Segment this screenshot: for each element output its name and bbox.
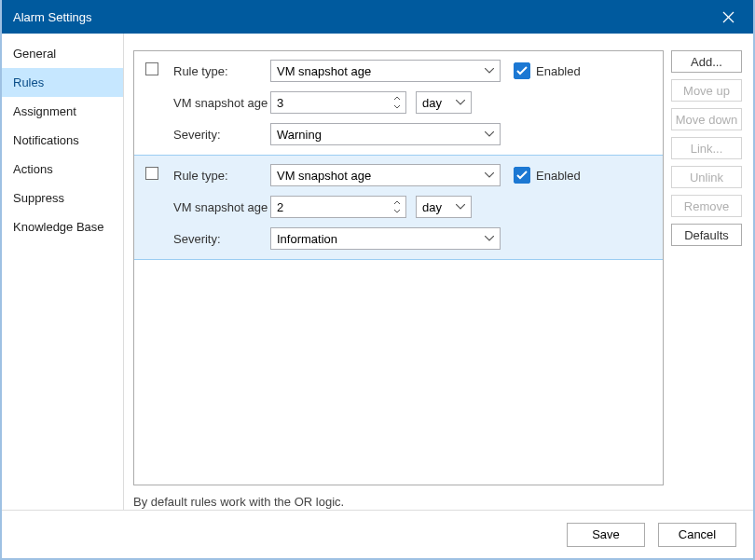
add-button[interactable]: Add... (671, 50, 742, 73)
age-unit-value: day (422, 200, 442, 214)
unlink-button[interactable]: Unlink (671, 166, 742, 188)
age-unit-select[interactable]: day (416, 91, 472, 114)
rule-row[interactable]: Rule type: VM snapshot age Enabled (133, 155, 664, 260)
spinner-down-icon[interactable] (392, 102, 402, 111)
rule-type-select[interactable]: VM snapshot age (270, 164, 501, 186)
age-label: VM snapshot age (173, 200, 270, 214)
save-button[interactable]: Save (567, 523, 645, 547)
remove-button[interactable]: Remove (671, 195, 742, 217)
check-icon (516, 66, 528, 75)
title-bar: Alarm Settings (2, 0, 753, 34)
severity-value: Warning (277, 128, 322, 142)
check-icon (516, 171, 528, 180)
age-value: 3 (277, 96, 283, 110)
cancel-button[interactable]: Cancel (658, 523, 736, 547)
severity-select[interactable]: Information (270, 227, 501, 250)
severity-label: Severity: (173, 128, 270, 142)
age-unit-select[interactable]: day (416, 196, 472, 218)
sidebar-item-rules[interactable]: Rules (2, 68, 123, 97)
enabled-label: Enabled (536, 64, 581, 78)
move-up-button[interactable]: Move up (671, 79, 742, 102)
sidebar-item-notifications[interactable]: Notifications (2, 126, 123, 155)
enabled-checkbox[interactable] (514, 167, 530, 184)
spinner-down-icon[interactable] (392, 207, 402, 215)
age-value-input[interactable]: 3 (270, 91, 406, 114)
rule-type-select[interactable]: VM snapshot age (270, 60, 501, 82)
age-value-input[interactable]: 2 (270, 196, 406, 218)
enabled-label: Enabled (536, 169, 581, 183)
chevron-down-icon (485, 131, 494, 137)
enabled-checkbox[interactable] (514, 62, 530, 79)
chevron-down-icon (456, 100, 465, 105)
spinner-up-icon[interactable] (392, 94, 402, 102)
rules-list: Rule type: VM snapshot age Enabled (133, 50, 664, 485)
sidebar-item-actions[interactable]: Actions (2, 155, 123, 184)
chevron-down-icon (485, 172, 494, 178)
chevron-down-icon (485, 68, 494, 74)
rule-type-label: Rule type: (173, 169, 270, 183)
defaults-button[interactable]: Defaults (671, 224, 742, 246)
sidebar: General Rules Assignment Notifications A… (2, 34, 124, 510)
chevron-down-icon (485, 236, 494, 241)
sidebar-item-knowledge-base[interactable]: Knowledge Base (2, 212, 123, 241)
sidebar-item-general[interactable]: General (2, 39, 123, 68)
age-label: VM snapshot age (173, 96, 270, 110)
rules-hint: By default rules work with the OR logic. (133, 495, 344, 509)
link-button[interactable]: Link... (671, 137, 742, 159)
rule-type-label: Rule type: (173, 64, 270, 78)
chevron-down-icon (456, 204, 465, 210)
sidebar-item-assignment[interactable]: Assignment (2, 97, 123, 126)
close-button[interactable] (712, 0, 744, 34)
sidebar-item-suppress[interactable]: Suppress (2, 184, 123, 212)
severity-select[interactable]: Warning (270, 123, 501, 145)
rule-type-value: VM snapshot age (277, 169, 371, 183)
window-title: Alarm Settings (13, 10, 92, 24)
move-down-button[interactable]: Move down (671, 108, 742, 130)
severity-value: Information (277, 232, 337, 246)
rule-select-checkbox[interactable] (145, 62, 158, 75)
close-icon (722, 11, 734, 23)
rule-select-checkbox[interactable] (145, 167, 158, 180)
severity-label: Severity: (173, 232, 270, 246)
age-value: 2 (277, 200, 283, 214)
rule-row[interactable]: Rule type: VM snapshot age Enabled (134, 51, 663, 156)
age-unit-value: day (422, 96, 442, 110)
spinner-up-icon[interactable] (392, 198, 402, 207)
rule-type-value: VM snapshot age (277, 64, 371, 78)
